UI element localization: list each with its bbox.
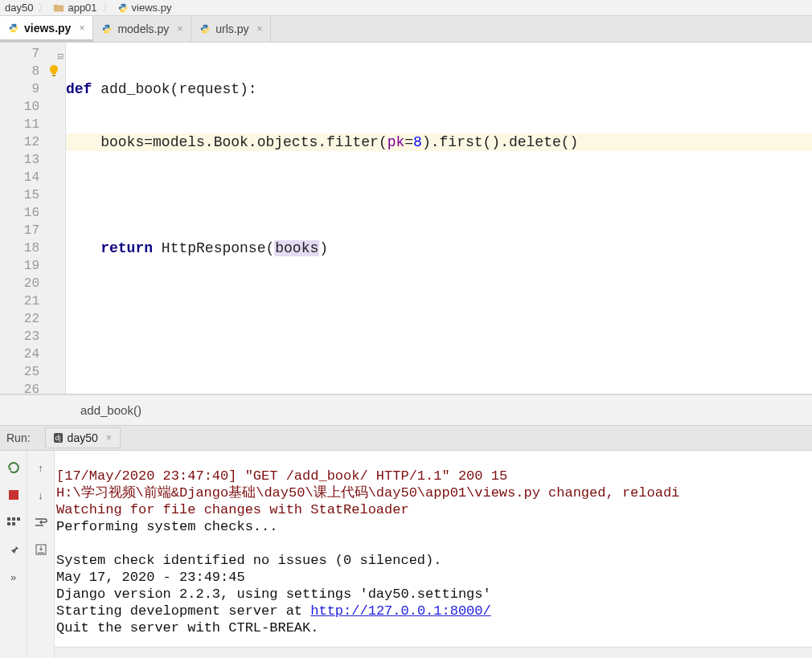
chevron-right-icon: 〉 [38, 1, 48, 15]
breadcrumb-item[interactable]: views.py [117, 2, 172, 14]
svg-rect-1 [54, 4, 58, 6]
soft-wrap-button[interactable] [32, 513, 50, 531]
console-line: Performing system checks... [56, 519, 277, 534]
line-number: 13 [0, 151, 65, 169]
console-output[interactable]: [17/May/2020 23:47:40] "GET /add_book/ H… [55, 451, 812, 647]
python-file-icon [101, 23, 113, 35]
svg-rect-3 [9, 490, 18, 500]
line-number: 11 [0, 116, 65, 133]
folder-icon [53, 2, 64, 14]
close-icon[interactable]: × [106, 432, 112, 443]
line-number: 15 [0, 186, 65, 204]
code-editor[interactable]: 7⊟ 8 9 10 11 12 13 14 15 16 17 18 19 20 … [0, 43, 812, 394]
tab-models[interactable]: models.py × [93, 16, 191, 42]
line-number: 18 [0, 239, 65, 257]
stop-button[interactable] [5, 486, 23, 504]
breadcrumb-text: day50 [5, 2, 33, 14]
close-icon[interactable]: × [177, 23, 182, 35]
line-number: 7⊟ [0, 45, 65, 63]
line-number: 19 [0, 257, 65, 275]
code-line: books=models.Book.objects.filter(pk=8).f… [66, 133, 812, 151]
line-number: 20 [0, 275, 65, 292]
line-number: 23 [0, 328, 65, 345]
close-icon[interactable]: × [256, 23, 262, 35]
gutter: 7⊟ 8 9 10 11 12 13 14 15 16 17 18 19 20 … [0, 43, 66, 394]
console-line: Starting development server at http://12… [56, 603, 491, 619]
horizontal-scrollbar[interactable] [55, 647, 812, 658]
line-number: 10 [0, 98, 65, 116]
context-label: add_book() [80, 403, 141, 417]
up-button[interactable]: ↑ [32, 459, 50, 476]
rerun-button[interactable] [5, 459, 23, 476]
close-icon[interactable]: × [79, 22, 84, 34]
run-toolbar-right: ↑ ↓ [27, 451, 55, 658]
scroll-end-button[interactable] [32, 541, 50, 558]
code-line [66, 186, 812, 204]
down-button[interactable]: ↓ [32, 486, 50, 504]
code-line: return HttpResponse(books) [66, 239, 812, 257]
console-line: Watching for file changes with StatReloa… [56, 502, 409, 517]
console-line: Django version 2.2.3, using settings 'da… [56, 586, 491, 602]
line-number: 22 [0, 310, 65, 328]
line-number: 26 [0, 381, 65, 398]
run-config-name: day50 [68, 431, 98, 444]
breadcrumb: day50 〉 app01 〉 views.py [0, 0, 812, 16]
tab-label: views.py [24, 22, 71, 35]
pin-button[interactable] [5, 541, 23, 558]
svg-rect-7 [7, 522, 10, 525]
code-area[interactable]: def add_book(request): books=models.Book… [66, 43, 812, 394]
python-file-icon [199, 23, 211, 35]
breadcrumb-item[interactable]: day50 [5, 2, 33, 14]
run-toolwindow-header: Run: dj day50 × [0, 425, 812, 451]
svg-rect-4 [7, 517, 10, 521]
svg-rect-8 [12, 522, 15, 525]
console-line: H:\学习视频\前端&Django基础\day50\课上代码\day50\app… [56, 485, 679, 501]
line-number: 12 [0, 133, 65, 151]
console-line: Quit the server with CTRL-BREAK. [56, 620, 318, 636]
line-number: 21 [0, 292, 65, 310]
line-number: 17 [0, 222, 65, 239]
line-number: 24 [0, 345, 65, 363]
svg-rect-6 [17, 517, 20, 521]
line-number: 25 [0, 363, 65, 381]
run-label: Run: [0, 431, 37, 444]
line-number: 16 [0, 204, 65, 222]
line-number: 14 [0, 169, 65, 186]
tab-urls[interactable]: urls.py × [191, 16, 271, 42]
svg-rect-5 [12, 517, 15, 521]
python-file-icon [8, 22, 19, 34]
svg-rect-2 [52, 75, 55, 76]
tab-views[interactable]: views.py × [0, 16, 93, 42]
tab-label: models.py [117, 22, 169, 35]
breadcrumb-text: app01 [68, 2, 96, 14]
line-number: 8 [0, 63, 65, 80]
context-bar: add_book() [0, 394, 812, 425]
tab-label: urls.py [215, 22, 248, 35]
run-config-tab[interactable]: dj day50 × [45, 427, 121, 448]
server-url-link[interactable]: http://127.0.0.1:8000/ [310, 603, 490, 619]
console-line: System check identified no issues (0 sil… [56, 553, 441, 568]
more-button[interactable]: » [5, 568, 23, 586]
line-number: 9 [0, 80, 65, 98]
code-line: def add_book(request): [66, 80, 812, 98]
breadcrumb-item[interactable]: app01 [53, 2, 96, 14]
chevron-right-icon: 〉 [102, 1, 113, 15]
breadcrumb-text: views.py [132, 2, 172, 14]
python-file-icon [117, 2, 129, 14]
django-icon: dj [54, 433, 63, 443]
run-toolbar-left: » [0, 451, 27, 658]
console-line: May 17, 2020 - 23:49:45 [56, 570, 245, 585]
layout-button[interactable] [5, 513, 23, 531]
console-line: [17/May/2020 23:47:40] "GET /add_book/ H… [56, 468, 507, 484]
editor-tabs: views.py × models.py × urls.py × [0, 16, 812, 43]
run-toolwindow: » ↑ ↓ [17/May/2020 23:47:40] "GET /add_b… [0, 451, 812, 658]
